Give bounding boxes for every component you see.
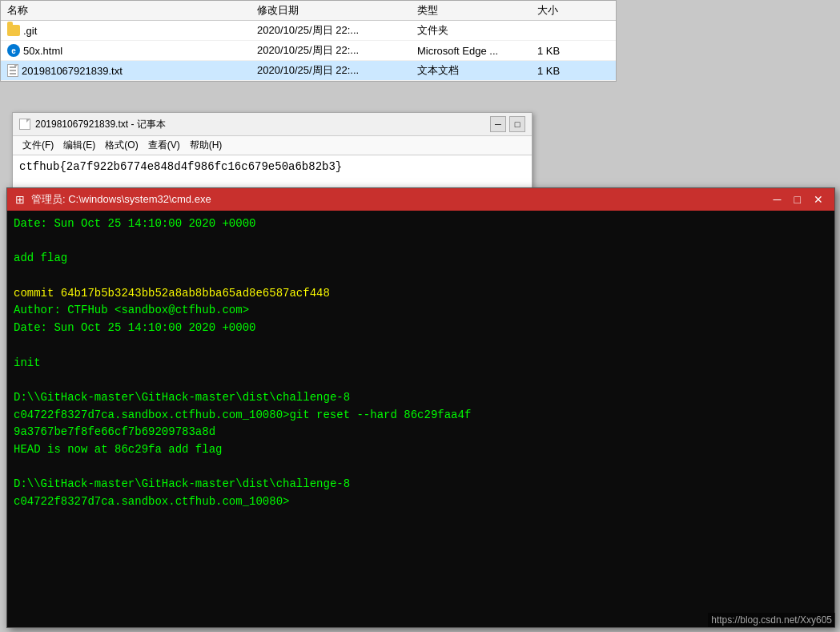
notepad-menubar: 文件(F) 编辑(E) 格式(O) 查看(V) 帮助(H) [13, 136, 532, 155]
cmd-line-blank2 [14, 268, 828, 285]
file-type-git: 文件夹 [417, 23, 537, 38]
file-row-git[interactable]: .git 2020/10/25/周日 22:... 文件夹 [1, 21, 616, 41]
cmd-line-commit2: commit 64b17b5b3243bb52a8ab8bba65ad8e658… [14, 285, 828, 303]
file-explorer: 名称 修改日期 类型 大小 .git 2020/10/25/周日 22:... … [0, 0, 617, 82]
cmd-line-gitreset: c04722f8327d7ca.sandbox.ctfhub.com_10080… [14, 407, 828, 425]
file-name-txt: 201981067921839.txt [22, 65, 123, 77]
cmd-line-headnow: HEAD is now at 86c29fa add flag [14, 441, 828, 459]
cmd-line-blank1 [14, 233, 828, 251]
cmd-line-blank3 [14, 337, 828, 355]
file-explorer-columns: 名称 修改日期 类型 大小 [1, 1, 616, 21]
file-date-txt: 2020/10/25/周日 22:... [257, 63, 417, 78]
cmd-line-author2: Author: CTFHub <sandbox@ctfhub.com> [14, 302, 828, 320]
notepad-minimize-button[interactable]: ─ [490, 116, 506, 132]
cmd-line-init: init [14, 355, 828, 372]
cmd-window-controls: ─ □ ✕ [770, 193, 826, 206]
file-name-git: .git [23, 25, 37, 37]
file-row-50x[interactable]: e 50x.html 2020/10/25/周日 22:... Microsof… [1, 41, 616, 61]
cmd-line-addflag: add flag [14, 250, 828, 268]
cmd-line-blank5 [14, 459, 828, 477]
watermark: https://blog.csdn.net/Xxy605 [708, 613, 835, 627]
cmd-title-text: 管理员: C:\windows\system32\cmd.exe [31, 192, 211, 207]
cmd-minimize-button[interactable]: ─ [770, 193, 785, 206]
notepad-file-icon [19, 119, 30, 130]
cmd-line-path2: D:\ \GitHack-master\GitHack-master\dist\… [14, 476, 828, 493]
file-date-git: 2020/10/25/周日 22:... [257, 23, 417, 38]
cmd-line-date2: Date: Sun Oct 25 14:10:00 2020 +0000 [14, 320, 828, 337]
col-header-date: 修改日期 [257, 3, 417, 18]
cmd-line-path1: D:\ \GitHack-master\GitHack-master\dist\… [14, 389, 828, 407]
folder-icon [7, 25, 20, 36]
menu-edit[interactable]: 编辑(E) [60, 138, 98, 153]
notepad-content: ctfhub{2a7f922b6774e848d4f986fc16c679e50… [13, 155, 532, 187]
file-size-txt: 1 KB [537, 65, 601, 77]
notepad-maximize-button[interactable]: □ [509, 116, 525, 132]
txt-icon [7, 64, 18, 77]
file-row-txt[interactable]: 201981067921839.txt 2020/10/25/周日 22:...… [1, 61, 616, 81]
cmd-restore-button[interactable]: □ [791, 193, 804, 206]
col-header-name: 名称 [1, 3, 257, 18]
cmd-window: ⊞ 管理员: C:\windows\system32\cmd.exe ─ □ ✕… [6, 187, 835, 628]
notepad-titlebar: 201981067921839.txt - 记事本 ─ □ [13, 113, 532, 136]
cmd-close-button[interactable]: ✕ [810, 193, 826, 206]
file-size-50x: 1 KB [537, 45, 601, 57]
file-type-txt: 文本文档 [417, 63, 537, 78]
cmd-line-blank4 [14, 372, 828, 389]
notepad-title-text: 201981067921839.txt - 记事本 [35, 118, 166, 131]
menu-help[interactable]: 帮助(H) [187, 138, 226, 153]
file-type-50x: Microsoft Edge ... [417, 45, 537, 57]
cmd-icon: ⊞ [15, 193, 25, 206]
col-header-size: 大小 [537, 3, 601, 18]
notepad-controls: ─ □ [490, 116, 525, 132]
cmd-line-hash: 9a3767be7f8fe66cf7b69209783a8d [14, 424, 828, 441]
file-date-50x: 2020/10/25/周日 22:... [257, 43, 417, 58]
menu-view[interactable]: 查看(V) [145, 138, 183, 153]
cmd-body: Date: Sun Oct 25 14:10:00 2020 +0000 add… [7, 211, 834, 627]
cmd-titlebar: ⊞ 管理员: C:\windows\system32\cmd.exe ─ □ ✕ [7, 188, 834, 211]
file-name-50x: 50x.html [23, 45, 62, 57]
notepad-title-left: 201981067921839.txt - 记事本 [19, 118, 166, 131]
cmd-line-date1: Date: Sun Oct 25 14:10:00 2020 +0000 [14, 215, 828, 233]
cmd-line-prompt: c04722f8327d7ca.sandbox.ctfhub.com_10080… [14, 493, 828, 511]
cmd-title-left: ⊞ 管理员: C:\windows\system32\cmd.exe [15, 192, 211, 207]
col-header-type: 类型 [417, 3, 537, 18]
notepad-window: 201981067921839.txt - 记事本 ─ □ 文件(F) 编辑(E… [12, 112, 533, 188]
menu-file[interactable]: 文件(F) [19, 138, 57, 153]
edge-icon: e [7, 44, 20, 57]
menu-format[interactable]: 格式(O) [102, 138, 141, 153]
